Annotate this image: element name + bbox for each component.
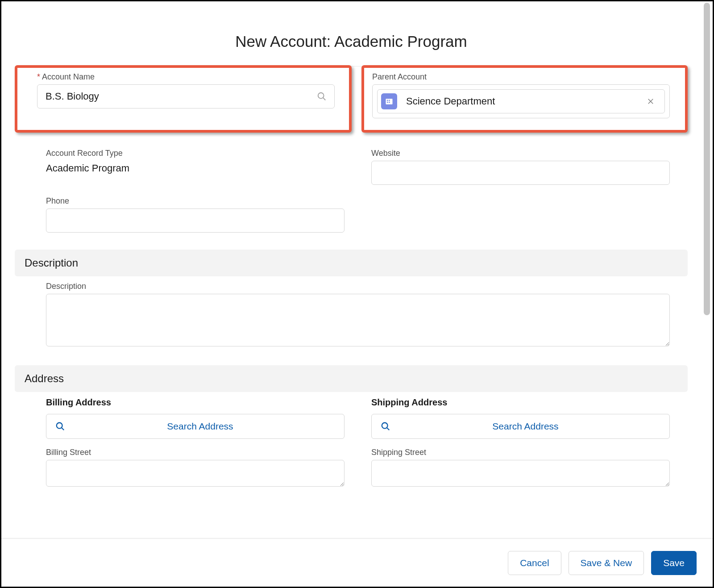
svg-rect-6 xyxy=(389,102,390,103)
account-icon xyxy=(381,93,397,109)
account-name-label: *Account Name xyxy=(37,72,335,82)
svg-rect-5 xyxy=(387,102,388,103)
close-icon[interactable] xyxy=(643,96,658,107)
address-section-header: Address xyxy=(15,365,688,392)
description-section-header: Description xyxy=(15,250,688,276)
parent-account-pill: Science Department xyxy=(377,89,665,113)
search-icon xyxy=(317,92,327,101)
svg-point-11 xyxy=(382,423,388,429)
parent-account-selected: Science Department xyxy=(406,96,643,107)
website-label: Website xyxy=(371,149,670,158)
parent-account-field[interactable]: Science Department xyxy=(372,84,670,118)
billing-street-input[interactable] xyxy=(46,460,345,487)
record-type-value: Academic Program xyxy=(46,161,345,174)
highlight-parent-account: Parent Account Science Department xyxy=(361,65,688,133)
search-icon xyxy=(381,421,390,431)
phone-input[interactable] xyxy=(46,209,345,233)
account-name-label-text: Account Name xyxy=(42,72,95,81)
billing-search-address-button[interactable]: Search Address xyxy=(46,414,345,439)
save-and-new-button[interactable]: Save & New xyxy=(569,551,644,575)
billing-address-heading: Billing Address xyxy=(46,397,345,408)
shipping-street-label: Shipping Street xyxy=(371,448,670,457)
modal-footer: Cancel Save & New Save xyxy=(1,538,713,587)
account-name-input[interactable] xyxy=(37,84,335,108)
shipping-address-heading: Shipping Address xyxy=(371,397,670,408)
svg-line-12 xyxy=(387,428,389,430)
website-input[interactable] xyxy=(371,161,670,185)
required-marker: * xyxy=(37,72,40,81)
shipping-street-input[interactable] xyxy=(371,460,670,487)
svg-rect-3 xyxy=(387,100,388,101)
description-textarea[interactable] xyxy=(46,294,670,346)
search-icon xyxy=(55,421,65,431)
svg-rect-2 xyxy=(386,99,393,104)
svg-point-9 xyxy=(57,423,62,429)
billing-street-label: Billing Street xyxy=(46,448,345,457)
scrollbar-thumb[interactable] xyxy=(704,3,710,315)
cancel-button[interactable]: Cancel xyxy=(508,551,561,575)
save-button[interactable]: Save xyxy=(651,551,697,575)
svg-line-1 xyxy=(323,98,325,100)
shipping-search-address-button[interactable]: Search Address xyxy=(371,414,670,439)
svg-line-10 xyxy=(62,428,64,430)
svg-rect-4 xyxy=(389,100,390,101)
svg-point-0 xyxy=(318,93,324,99)
phone-label: Phone xyxy=(46,196,345,206)
parent-account-label: Parent Account xyxy=(372,72,670,82)
shipping-search-address-label: Search Address xyxy=(390,421,660,432)
modal-body: New Account: Academic Program *Account N… xyxy=(1,1,701,587)
record-type-label: Account Record Type xyxy=(46,149,345,158)
scrollbar[interactable] xyxy=(702,3,711,534)
modal-title: New Account: Academic Program xyxy=(1,33,701,50)
billing-search-address-label: Search Address xyxy=(65,421,335,432)
highlight-account-name: *Account Name xyxy=(15,65,352,133)
description-label: Description xyxy=(46,282,670,291)
